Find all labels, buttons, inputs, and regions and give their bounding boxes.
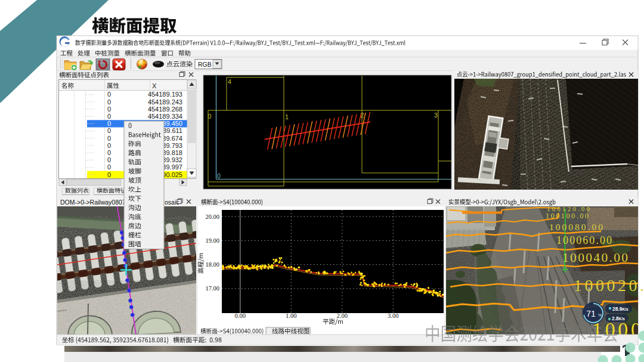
svg-text:454189.334: 454189.334 (148, 113, 182, 120)
svg-text:71: 71 (586, 309, 596, 318)
svg-text:0: 0 (107, 156, 111, 163)
svg-text:0: 0 (107, 127, 111, 134)
svg-text:1: 1 (285, 113, 289, 120)
svg-text:0: 0 (107, 120, 111, 127)
svg-text:0: 0 (107, 91, 111, 98)
svg-text:17.00: 17.00 (205, 285, 219, 292)
svg-text:X: X (152, 82, 157, 89)
svg-text:0: 0 (208, 113, 212, 120)
svg-text:0: 0 (107, 171, 111, 178)
svg-text:RGB: RGB (198, 61, 212, 68)
svg-text:454189.243: 454189.243 (148, 98, 182, 106)
svg-text:0.00: 0.00 (235, 313, 246, 319)
svg-text:1.00: 1.00 (286, 313, 296, 319)
svg-text:4: 4 (228, 78, 231, 85)
svg-text:2.00: 2.00 (337, 313, 348, 319)
svg-text:DOM->0->Railway0807: DOM->0->Railway0807 (60, 199, 126, 206)
svg-text:0: 0 (107, 106, 111, 113)
svg-text:454189.268: 454189.268 (148, 106, 182, 113)
svg-text:20.00: 20.00 (205, 214, 219, 220)
svg-text:100060.00: 100060.00 (556, 234, 612, 246)
svg-text:0: 0 (107, 163, 111, 171)
svg-text:28.9K/s: 28.9K/s (612, 306, 628, 312)
svg-text:0: 0 (107, 135, 111, 142)
svg-text:0: 0 (107, 142, 111, 149)
svg-text:0: 0 (217, 172, 221, 180)
svg-text:0: 0 (107, 98, 111, 106)
svg-text:100080.00: 100080.00 (549, 222, 603, 232)
svg-text:19.00: 19.00 (205, 237, 219, 244)
svg-text:454189.193: 454189.193 (148, 91, 182, 98)
svg-text:100100.00: 100100.00 (546, 212, 589, 220)
svg-text:0: 0 (107, 113, 111, 120)
svg-text:3: 3 (434, 112, 438, 119)
svg-text:%: % (598, 313, 602, 317)
svg-text:3.00: 3.00 (388, 313, 398, 319)
svg-text:0: 0 (107, 149, 111, 156)
svg-text:100040.00: 100040.00 (562, 250, 628, 265)
svg-text:100020.: 100020. (574, 276, 644, 295)
svg-text:18.00: 18.00 (205, 261, 219, 268)
